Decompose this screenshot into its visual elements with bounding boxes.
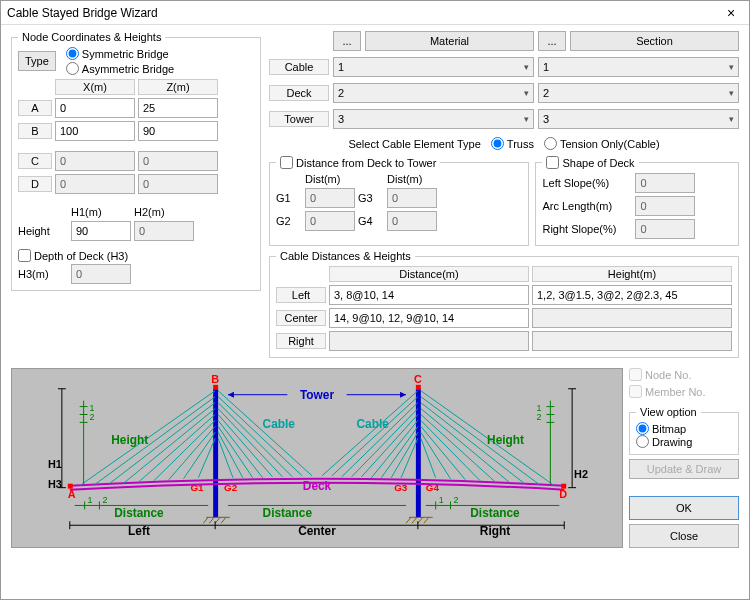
- close-icon[interactable]: ×: [719, 1, 743, 25]
- cable-material-combo[interactable]: 1▾: [333, 57, 534, 77]
- g3-input: [387, 188, 437, 208]
- material-button[interactable]: Material: [365, 31, 534, 51]
- svg-line-46: [221, 517, 226, 523]
- depth-deck-check[interactable]: Depth of Deck (H3): [18, 249, 254, 262]
- d-x-input: [55, 174, 135, 194]
- svg-text:Right: Right: [480, 524, 510, 538]
- svg-text:Height: Height: [487, 433, 524, 447]
- section-button[interactable]: Section: [570, 31, 739, 51]
- left-height-input[interactable]: [532, 285, 732, 305]
- deck-material-combo[interactable]: 2▾: [333, 83, 534, 103]
- node-coord-legend: Node Coordinates & Heights: [18, 31, 165, 43]
- arc-length-input: [635, 196, 695, 216]
- b-x-input[interactable]: [55, 121, 135, 141]
- svg-text:1: 1: [537, 403, 542, 413]
- chevron-down-icon: ▾: [524, 62, 529, 72]
- svg-line-44: [209, 517, 214, 523]
- svg-line-20: [322, 391, 418, 476]
- svg-text:H2: H2: [574, 468, 588, 480]
- section-ellipsis-button[interactable]: ...: [538, 31, 566, 51]
- svg-line-9: [184, 432, 216, 478]
- svg-text:Deck: Deck: [303, 479, 332, 493]
- svg-text:Cable: Cable: [263, 417, 296, 431]
- svg-rect-0: [213, 389, 218, 518]
- tower-label: Tower: [269, 111, 329, 127]
- svg-text:G2: G2: [224, 482, 238, 493]
- svg-text:2: 2: [453, 495, 458, 505]
- deck-section-combo[interactable]: 2▾: [538, 83, 739, 103]
- svg-text:H1: H1: [48, 458, 62, 470]
- svg-text:A: A: [68, 488, 76, 500]
- svg-text:2: 2: [90, 412, 95, 422]
- material-ellipsis-button[interactable]: ...: [333, 31, 361, 51]
- svg-text:Height: Height: [111, 433, 148, 447]
- svg-line-13: [218, 403, 292, 477]
- svg-line-49: [412, 517, 417, 523]
- svg-text:Distance: Distance: [263, 506, 313, 520]
- svg-line-36: [421, 432, 451, 478]
- chevron-down-icon: ▾: [524, 88, 529, 98]
- h2-header: H2(m): [134, 206, 194, 218]
- distance-deck-tower-check[interactable]: Distance from Deck to Tower: [280, 156, 436, 169]
- svg-text:1: 1: [88, 495, 93, 505]
- bridge-diagram: B C A D Tower Cable Cable Deck Height He…: [11, 368, 623, 548]
- row-b-label: B: [18, 123, 52, 139]
- h1-input[interactable]: [71, 221, 131, 241]
- close-button[interactable]: Close: [629, 524, 739, 548]
- z-header: Z(m): [138, 79, 218, 95]
- chevron-down-icon: ▾: [729, 114, 734, 124]
- height-label: Height: [18, 225, 68, 237]
- deck-label: Deck: [269, 85, 329, 101]
- d-z-input: [138, 174, 218, 194]
- svg-line-50: [418, 517, 423, 523]
- g1-input: [305, 188, 355, 208]
- cable-dist-legend: Cable Distances & Heights: [276, 250, 415, 262]
- view-option-legend: View option: [636, 406, 701, 418]
- left-slope-input: [635, 173, 695, 193]
- g4-input: [387, 211, 437, 231]
- svg-line-45: [215, 517, 220, 523]
- svg-text:Center: Center: [298, 524, 336, 538]
- drawing-radio[interactable]: Drawing: [636, 435, 732, 448]
- svg-rect-1: [416, 389, 421, 518]
- a-z-input[interactable]: [138, 98, 218, 118]
- left-distance-input[interactable]: [329, 285, 529, 305]
- a-x-input[interactable]: [55, 98, 135, 118]
- asymmetric-radio[interactable]: Asymmetric Bridge: [66, 62, 174, 75]
- svg-line-19: [218, 438, 233, 478]
- row-a-label: A: [18, 100, 52, 116]
- wizard-window: Cable Stayed Bridge Wizard × Node Coordi…: [0, 0, 750, 600]
- node-no-check: Node No.: [629, 368, 739, 381]
- node-coord-group: Node Coordinates & Heights Type Symmetri…: [11, 31, 261, 291]
- window-title: Cable Stayed Bridge Wizard: [7, 1, 158, 25]
- svg-text:1: 1: [90, 403, 95, 413]
- cable-label: Cable: [269, 59, 329, 75]
- chevron-down-icon: ▾: [524, 114, 529, 124]
- tower-material-combo[interactable]: 3▾: [333, 109, 534, 129]
- center-distance-input[interactable]: [329, 308, 529, 328]
- g2-input: [305, 211, 355, 231]
- row-d-label: D: [18, 176, 52, 192]
- svg-text:C: C: [414, 373, 422, 385]
- cable-section-combo[interactable]: 1▾: [538, 57, 739, 77]
- c-z-input: [138, 151, 218, 171]
- svg-text:Left: Left: [128, 524, 150, 538]
- b-z-input[interactable]: [138, 121, 218, 141]
- type-button[interactable]: Type: [18, 51, 56, 71]
- title-bar: Cable Stayed Bridge Wizard ×: [1, 1, 749, 25]
- center-height-input: [532, 308, 732, 328]
- svg-text:Tower: Tower: [300, 388, 334, 402]
- svg-text:G3: G3: [394, 482, 408, 493]
- svg-line-43: [203, 517, 208, 523]
- symmetric-radio[interactable]: Symmetric Bridge: [66, 47, 174, 60]
- right-distance-input: [329, 331, 529, 351]
- bitmap-radio[interactable]: Bitmap: [636, 422, 732, 435]
- truss-radio[interactable]: Truss: [491, 137, 534, 150]
- tower-section-combo[interactable]: 3▾: [538, 109, 739, 129]
- ok-button[interactable]: OK: [629, 496, 739, 520]
- svg-text:2: 2: [537, 412, 542, 422]
- shape-deck-check[interactable]: Shape of Deck: [546, 156, 634, 169]
- svg-text:B: B: [211, 373, 219, 385]
- tension-only-radio[interactable]: Tension Only(Cable): [544, 137, 660, 150]
- h2-input: [134, 221, 194, 241]
